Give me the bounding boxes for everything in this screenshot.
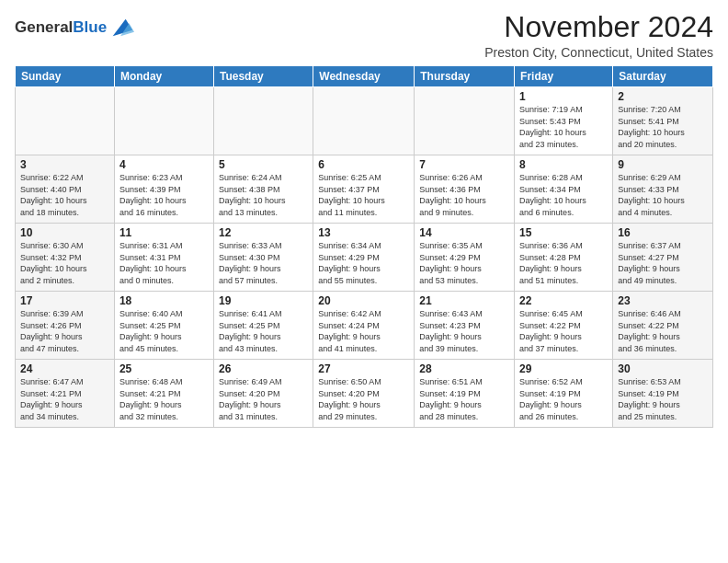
day-info: Sunrise: 6:31 AM Sunset: 4:31 PM Dayligh… [119,240,209,286]
day-info: Sunrise: 6:35 AM Sunset: 4:29 PM Dayligh… [419,240,509,286]
header: GeneralBlue November 2024 Preston City, … [15,11,713,60]
table-row: 12Sunrise: 6:33 AM Sunset: 4:30 PM Dayli… [213,224,313,292]
day-number: 11 [119,226,209,239]
day-info: Sunrise: 6:48 AM Sunset: 4:21 PM Dayligh… [119,376,209,422]
calendar-week-row: 3Sunrise: 6:22 AM Sunset: 4:40 PM Daylig… [16,155,713,224]
day-info: Sunrise: 6:33 AM Sunset: 4:30 PM Dayligh… [219,240,308,286]
calendar-page: GeneralBlue November 2024 Preston City, … [0,0,728,435]
table-row: 6Sunrise: 6:25 AM Sunset: 4:37 PM Daylig… [313,155,415,224]
table-row: 8Sunrise: 6:28 AM Sunset: 4:34 PM Daylig… [515,155,613,224]
day-number: 13 [318,226,409,239]
header-wednesday: Wednesday [313,66,415,87]
logo-general: General [15,18,73,36]
table-row: 16Sunrise: 6:37 AM Sunset: 4:27 PM Dayli… [613,224,713,292]
calendar-header-row: Sunday Monday Tuesday Wednesday Thursday… [16,66,713,87]
day-info: Sunrise: 6:29 AM Sunset: 4:33 PM Dayligh… [618,172,708,218]
table-row: 22Sunrise: 6:45 AM Sunset: 4:22 PM Dayli… [515,292,613,360]
day-number: 27 [318,362,409,375]
day-info: Sunrise: 6:50 AM Sunset: 4:20 PM Dayligh… [318,376,409,422]
day-number: 6 [318,158,409,171]
day-number: 22 [519,294,608,307]
day-number: 28 [419,362,509,375]
header-monday: Monday [114,66,213,87]
day-number: 1 [519,90,608,103]
day-info: Sunrise: 6:42 AM Sunset: 4:24 PM Dayligh… [318,308,409,354]
table-row: 10Sunrise: 6:30 AM Sunset: 4:32 PM Dayli… [16,224,115,292]
table-row: 23Sunrise: 6:46 AM Sunset: 4:22 PM Dayli… [613,292,713,360]
table-row: 30Sunrise: 6:53 AM Sunset: 4:19 PM Dayli… [613,360,713,428]
table-row: 19Sunrise: 6:41 AM Sunset: 4:25 PM Dayli… [213,292,313,360]
day-info: Sunrise: 6:46 AM Sunset: 4:22 PM Dayligh… [618,308,708,354]
table-row [114,87,213,155]
day-info: Sunrise: 6:25 AM Sunset: 4:37 PM Dayligh… [318,172,409,218]
calendar-week-row: 1Sunrise: 7:19 AM Sunset: 5:43 PM Daylig… [16,87,713,155]
day-number: 25 [119,362,209,375]
table-row: 15Sunrise: 6:36 AM Sunset: 4:28 PM Dayli… [515,224,613,292]
day-number: 9 [618,158,708,171]
day-info: Sunrise: 6:40 AM Sunset: 4:25 PM Dayligh… [119,308,209,354]
day-number: 8 [519,158,608,171]
day-number: 30 [618,362,708,375]
table-row: 7Sunrise: 6:26 AM Sunset: 4:36 PM Daylig… [415,155,515,224]
day-number: 23 [618,294,708,307]
calendar-week-row: 24Sunrise: 6:47 AM Sunset: 4:21 PM Dayli… [16,360,713,428]
day-number: 29 [519,362,608,375]
day-number: 5 [219,158,308,171]
table-row: 29Sunrise: 6:52 AM Sunset: 4:19 PM Dayli… [515,360,613,428]
day-info: Sunrise: 6:41 AM Sunset: 4:25 PM Dayligh… [219,308,308,354]
day-info: Sunrise: 6:34 AM Sunset: 4:29 PM Dayligh… [318,240,409,286]
day-info: Sunrise: 6:51 AM Sunset: 4:19 PM Dayligh… [419,376,509,422]
table-row: 11Sunrise: 6:31 AM Sunset: 4:31 PM Dayli… [114,224,213,292]
table-row [213,87,313,155]
table-row [313,87,415,155]
calendar-week-row: 17Sunrise: 6:39 AM Sunset: 4:26 PM Dayli… [16,292,713,360]
day-info: Sunrise: 7:19 AM Sunset: 5:43 PM Dayligh… [519,104,608,150]
table-row: 2Sunrise: 7:20 AM Sunset: 5:41 PM Daylig… [613,87,713,155]
table-row: 26Sunrise: 6:49 AM Sunset: 4:20 PM Dayli… [213,360,313,428]
day-info: Sunrise: 6:52 AM Sunset: 4:19 PM Dayligh… [519,376,608,422]
table-row [415,87,515,155]
table-row: 3Sunrise: 6:22 AM Sunset: 4:40 PM Daylig… [16,155,115,224]
day-number: 26 [219,362,308,375]
day-number: 12 [219,226,308,239]
day-number: 24 [20,362,109,375]
day-info: Sunrise: 6:45 AM Sunset: 4:22 PM Dayligh… [519,308,608,354]
table-row: 13Sunrise: 6:34 AM Sunset: 4:29 PM Dayli… [313,224,415,292]
logo-icon [108,15,134,40]
day-info: Sunrise: 6:22 AM Sunset: 4:40 PM Dayligh… [20,172,109,218]
day-number: 3 [20,158,109,171]
day-number: 21 [419,294,509,307]
location: Preston City, Connecticut, United States [484,45,713,60]
day-info: Sunrise: 6:39 AM Sunset: 4:26 PM Dayligh… [20,308,109,354]
table-row: 17Sunrise: 6:39 AM Sunset: 4:26 PM Dayli… [16,292,115,360]
calendar-table: Sunday Monday Tuesday Wednesday Thursday… [15,65,713,428]
day-info: Sunrise: 6:49 AM Sunset: 4:20 PM Dayligh… [219,376,308,422]
day-number: 19 [219,294,308,307]
table-row: 18Sunrise: 6:40 AM Sunset: 4:25 PM Dayli… [114,292,213,360]
calendar-week-row: 10Sunrise: 6:30 AM Sunset: 4:32 PM Dayli… [16,224,713,292]
day-info: Sunrise: 7:20 AM Sunset: 5:41 PM Dayligh… [618,104,708,150]
table-row: 1Sunrise: 7:19 AM Sunset: 5:43 PM Daylig… [515,87,613,155]
day-number: 18 [119,294,209,307]
table-row: 25Sunrise: 6:48 AM Sunset: 4:21 PM Dayli… [114,360,213,428]
day-number: 16 [618,226,708,239]
day-number: 10 [20,226,109,239]
table-row: 20Sunrise: 6:42 AM Sunset: 4:24 PM Dayli… [313,292,415,360]
day-number: 20 [318,294,409,307]
day-info: Sunrise: 6:53 AM Sunset: 4:19 PM Dayligh… [618,376,708,422]
table-row: 14Sunrise: 6:35 AM Sunset: 4:29 PM Dayli… [415,224,515,292]
day-info: Sunrise: 6:43 AM Sunset: 4:23 PM Dayligh… [419,308,509,354]
table-row [16,87,115,155]
title-block: November 2024 Preston City, Connecticut,… [484,11,713,60]
header-thursday: Thursday [415,66,515,87]
day-info: Sunrise: 6:36 AM Sunset: 4:28 PM Dayligh… [519,240,608,286]
day-number: 7 [419,158,509,171]
logo-blue: Blue [73,18,107,36]
month-title: November 2024 [484,11,713,43]
day-number: 4 [119,158,209,171]
header-tuesday: Tuesday [213,66,313,87]
day-info: Sunrise: 6:30 AM Sunset: 4:32 PM Dayligh… [20,240,109,286]
day-number: 2 [618,90,708,103]
table-row: 28Sunrise: 6:51 AM Sunset: 4:19 PM Dayli… [415,360,515,428]
day-number: 17 [20,294,109,307]
